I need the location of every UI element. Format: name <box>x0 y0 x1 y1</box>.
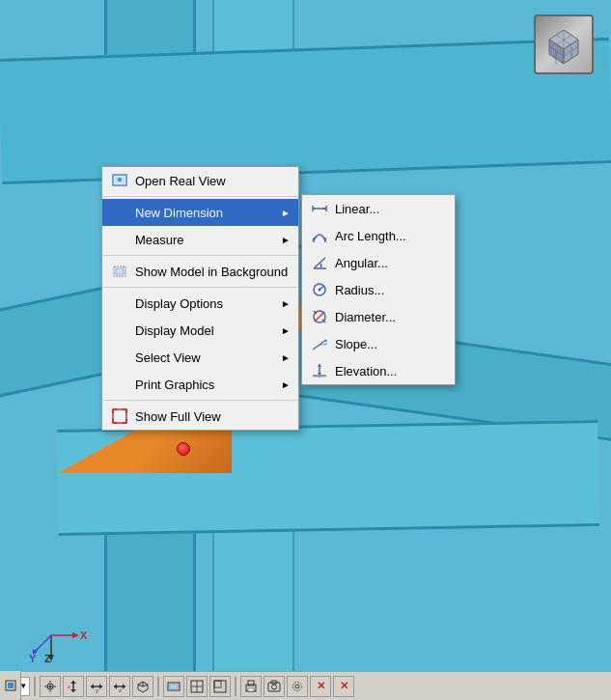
submenu-label-slope: Slope... <box>335 337 377 351</box>
menu-item-display-model[interactable]: Display Model ► <box>102 317 298 344</box>
svg-marker-55 <box>72 632 79 638</box>
svg-point-37 <box>319 289 321 292</box>
main-context-menu: Open Real View New Dimension ► Measure ►… <box>101 166 299 431</box>
svg-point-92 <box>293 682 302 690</box>
svg-marker-72 <box>123 684 125 689</box>
menu-item-print-graphics[interactable]: Print Graphics ► <box>102 371 298 398</box>
print-button[interactable] <box>240 676 262 697</box>
close-x-button[interactable]: ✕ <box>310 676 331 697</box>
print-graphics-icon <box>110 375 129 394</box>
new-dimension-submenu: Linear... Arc Length... Angular... <box>301 194 456 385</box>
beam-horizontal-1 <box>0 38 611 184</box>
select-view-icon <box>110 348 129 367</box>
menu-item-measure[interactable]: Measure ► <box>102 226 298 253</box>
angular-dimension-icon <box>310 253 329 272</box>
svg-marker-68 <box>99 684 102 689</box>
display-options-arrow: ► <box>281 298 291 309</box>
show-model-bg-icon <box>110 262 129 281</box>
fit-iso-button[interactable] <box>132 676 153 697</box>
arc-length-icon <box>310 226 329 245</box>
view2-button[interactable] <box>186 676 208 697</box>
fit-y-button[interactable]: y <box>86 676 107 697</box>
menu-label-show-full-view: Show Full View <box>135 409 221 424</box>
z-axis-label: Z <box>44 653 51 664</box>
view3-button[interactable] <box>209 676 231 697</box>
display-model-icon <box>110 321 129 340</box>
svg-marker-63 <box>70 681 76 684</box>
menu-item-open-real-view[interactable]: Open Real View <box>102 167 298 194</box>
submenu-label-radius: Radius... <box>335 283 384 297</box>
display-options-icon <box>110 294 129 313</box>
menu-label-measure: Measure <box>135 233 184 247</box>
svg-rect-84 <box>214 681 221 687</box>
svg-rect-87 <box>248 688 254 691</box>
nav-cube[interactable] <box>534 14 594 74</box>
submenu-item-arc-length[interactable]: Arc Length... <box>302 222 455 249</box>
menu-item-display-options[interactable]: Display Options ► <box>102 290 298 317</box>
menu-divider-3 <box>102 287 298 288</box>
svg-rect-49 <box>314 375 326 378</box>
svg-point-89 <box>272 685 277 689</box>
svg-text:z: z <box>119 687 122 693</box>
menu-divider-2 <box>102 255 298 256</box>
menu-divider-1 <box>102 196 298 197</box>
menu-label-display-model: Display Model <box>135 323 214 338</box>
menu-label-open-real-view: Open Real View <box>135 174 226 188</box>
menu-label-display-options: Display Options <box>135 296 223 311</box>
menu-label-show-model-bg: Show Model in Background <box>135 265 288 279</box>
submenu-label-elevation: Elevation... <box>335 364 397 378</box>
submenu-item-radius[interactable]: Radius... <box>302 276 455 303</box>
new-dimension-icon <box>110 203 129 222</box>
bottom-toolbar: 10 ▼ x y z <box>0 671 611 700</box>
svg-point-12 <box>118 178 122 182</box>
submenu-label-linear: Linear... <box>335 202 379 216</box>
display-model-arrow: ► <box>281 325 291 336</box>
diameter-dimension-icon <box>310 307 329 326</box>
camera-button[interactable] <box>40 676 61 697</box>
svg-rect-83 <box>214 681 226 692</box>
open-real-view-icon <box>110 171 129 190</box>
svg-marker-71 <box>114 684 117 689</box>
submenu-item-linear[interactable]: Linear... <box>302 195 455 222</box>
menu-item-show-full-view[interactable]: Show Full View <box>102 403 298 430</box>
menu-label-select-view: Select View <box>135 350 201 365</box>
submenu-label-angular: Angular... <box>335 256 388 270</box>
view1-button[interactable] <box>163 676 184 697</box>
slope-dimension-icon <box>310 334 329 353</box>
radius-dimension-icon <box>310 280 329 299</box>
fit-x-button[interactable]: x <box>63 676 84 697</box>
capture-button[interactable] <box>264 676 285 697</box>
svg-marker-47 <box>318 364 321 367</box>
menu-item-new-dimension[interactable]: New Dimension ► <box>102 199 298 226</box>
submenu-item-diameter[interactable]: Diameter... <box>302 303 455 330</box>
linear-dimension-icon <box>310 199 329 218</box>
settings-button[interactable] <box>287 676 308 697</box>
toolbar-separator-3 <box>235 677 236 696</box>
menu-divider-4 <box>102 400 298 401</box>
svg-rect-14 <box>116 268 124 274</box>
toolbar-separator-2 <box>157 677 159 696</box>
svg-text:x: x <box>68 684 70 689</box>
corner-button-left[interactable] <box>0 671 21 700</box>
svg-line-33 <box>314 258 325 268</box>
toolbar-separator-1 <box>34 677 36 696</box>
elevation-dimension-icon <box>310 361 329 380</box>
svg-marker-67 <box>91 684 94 689</box>
measure-arrow: ► <box>281 235 291 245</box>
svg-line-76 <box>143 685 148 686</box>
svg-point-91 <box>295 685 299 688</box>
new-dimension-arrow: ► <box>281 208 291 218</box>
submenu-item-elevation[interactable]: Elevation... <box>302 357 455 384</box>
menu-item-select-view[interactable]: Select View ► <box>102 344 298 371</box>
menu-item-show-model-bg[interactable]: Show Model in Background <box>102 258 298 285</box>
y-axis-label: Y <box>29 653 37 664</box>
fit-z-button[interactable]: z <box>109 676 130 697</box>
svg-line-52 <box>35 635 51 652</box>
close-button[interactable]: ✕ <box>333 676 354 697</box>
svg-line-77 <box>138 685 143 686</box>
svg-text:y: y <box>96 687 98 693</box>
submenu-item-slope[interactable]: Slope... <box>302 330 455 357</box>
svg-point-57 <box>49 685 52 687</box>
submenu-item-angular[interactable]: Angular... <box>302 249 455 276</box>
submenu-label-arc-length: Arc Length... <box>335 229 406 243</box>
